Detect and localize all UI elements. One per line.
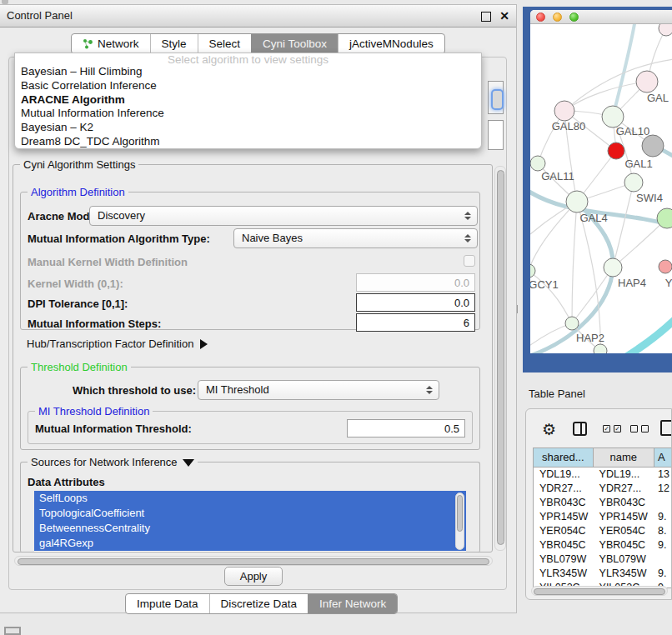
deselect-all-icon[interactable]: [630, 425, 638, 432]
scrollbar-thumb[interactable]: [534, 588, 665, 595]
table-cell: [654, 552, 672, 567]
settings-vertical-scrollbar[interactable]: [494, 166, 506, 551]
hub-tf-definition-toggle[interactable]: Hub/Transcription Factor Definition: [27, 336, 208, 351]
network-node-label: GAL10: [616, 125, 649, 138]
table-row[interactable]: YPR145WYPR145W9.: [534, 510, 672, 524]
network-node-gal1[interactable]: [608, 142, 624, 159]
table-cell: YBL079W: [594, 552, 655, 567]
network-view-frame: GALGAL80GAL10GAL1GAL11SWI4GAL4GCY1HAP4YH…: [523, 7, 672, 372]
table-row[interactable]: YDL19...YDL19...13: [534, 468, 672, 482]
scrollbar-thumb[interactable]: [497, 170, 504, 545]
tab-network[interactable]: Network: [72, 34, 150, 53]
gear-icon[interactable]: ⚙: [542, 422, 556, 438]
network-node-y[interactable]: [659, 260, 672, 273]
network-node[interactable]: [642, 135, 664, 157]
column-header-name[interactable]: name: [594, 448, 655, 467]
data-attribute-item[interactable]: TopologicalCoefficient: [34, 506, 466, 521]
expand-right-icon: [200, 339, 208, 349]
network-node[interactable]: [594, 344, 607, 353]
close-icon[interactable]: ✕: [499, 8, 509, 23]
tab-jactivemnodules[interactable]: jActiveMNodules: [338, 34, 444, 53]
network-node-hap4[interactable]: [604, 258, 622, 277]
network-edge: [624, 318, 672, 353]
table-cell: YLR345W: [594, 567, 655, 581]
sources-group-title[interactable]: Sources for Network Inference: [28, 456, 198, 468]
table-horizontal-scrollbar[interactable]: [531, 586, 668, 596]
network-node-gal11[interactable]: [530, 156, 545, 171]
new-table-icon[interactable]: [660, 420, 672, 436]
network-node-gal80[interactable]: [554, 101, 574, 121]
combo-stepper-fragment: [491, 89, 504, 110]
table-row[interactable]: YBR045CYBR045C9.: [534, 538, 672, 552]
deselect-all-icon[interactable]: [641, 425, 649, 432]
network-node-gal[interactable]: [636, 71, 658, 92]
network-node-hap2[interactable]: [565, 317, 579, 330]
algorithm-option[interactable]: Bayesian – K2: [15, 121, 481, 135]
tab-select[interactable]: Select: [198, 34, 252, 53]
select-all-check-icon[interactable]: ✓: [614, 425, 621, 432]
table-row[interactable]: YDR27...YDR27...12: [534, 482, 672, 496]
table-row[interactable]: YBR043CYBR043C: [534, 496, 672, 510]
table-row[interactable]: YBL079WYBL079W: [534, 552, 672, 567]
table-cell: YER054C: [594, 524, 655, 538]
network-node-gal4[interactable]: [566, 191, 588, 212]
tab-impute-data[interactable]: Impute Data: [126, 594, 209, 613]
column-layout-icon[interactable]: [573, 422, 587, 436]
table-cell: YDR27...: [534, 482, 594, 496]
sources-title-text: Sources for Network Inference: [31, 456, 178, 468]
attribute-list-scrollbar[interactable]: [455, 492, 464, 550]
manual-kernel-checkbox[interactable]: [464, 255, 475, 267]
close-traffic-light-icon[interactable]: [536, 12, 545, 22]
algorithm-option[interactable]: Dream8 DC_TDC Algorithm: [15, 135, 481, 149]
data-attribute-item[interactable]: gal4RGexp: [34, 536, 466, 551]
table-row[interactable]: YER054CYER054C8.: [534, 524, 672, 538]
combo-stepper-icon: [425, 381, 434, 399]
mi-threshold-group: MI Threshold Definition Mutual Informati…: [28, 411, 473, 444]
aracne-mode-combo[interactable]: Discovery: [89, 206, 478, 226]
algorithm-combo-fragment[interactable]: [488, 81, 504, 114]
algorithm-option[interactable]: ARACNE Algorithm: [15, 93, 481, 108]
column-header-shared-name[interactable]: shared...: [534, 448, 594, 467]
network-node-label: GAL: [647, 92, 669, 104]
table-row[interactable]: YLR345WYLR345W9.: [534, 567, 672, 581]
algorithm-option[interactable]: Bayesian – Hill Climbing: [15, 65, 481, 79]
panel-float-icon[interactable]: [4, 627, 21, 635]
kernel-width-input[interactable]: [356, 273, 475, 292]
tab-infer-network[interactable]: Infer Network: [308, 594, 397, 613]
scrollbar-thumb[interactable]: [18, 558, 489, 565]
mi-type-label: Mutual Information Algorithm Type:: [28, 232, 210, 245]
tab-discretize-data[interactable]: Discretize Data: [209, 594, 308, 613]
network-canvas[interactable]: GALGAL80GAL10GAL1GAL11SWI4GAL4GCY1HAP4YH…: [530, 24, 672, 353]
algorithm-option[interactable]: Basic Correlation Inference: [15, 79, 481, 93]
network-edge: [613, 24, 635, 117]
table-cell: YLR345W: [534, 567, 594, 581]
dpi-tolerance-input[interactable]: [356, 293, 475, 312]
algorithm-option[interactable]: Mutual Information Inference: [15, 107, 481, 121]
which-threshold-label: Which threshold to use:: [73, 384, 196, 397]
tab-cyni-toolbox[interactable]: Cyni Toolbox: [251, 34, 338, 53]
scrollbar-thumb[interactable]: [457, 495, 463, 532]
network-node-label: GAL1: [624, 158, 652, 170]
mi-type-combo[interactable]: Naive Bayes: [233, 228, 478, 248]
network-node-swi4[interactable]: [624, 173, 643, 192]
float-window-icon[interactable]: [481, 12, 491, 22]
column-header-clipped[interactable]: A: [654, 448, 672, 467]
data-attributes-list[interactable]: SelfLoopsTopologicalCoefficientBetweenne…: [34, 491, 466, 552]
mi-steps-input[interactable]: [356, 313, 475, 332]
dpi-tolerance-label: DPI Tolerance [0,1]:: [28, 298, 128, 310]
table-cell: 9.: [654, 538, 672, 552]
apply-button[interactable]: Apply: [224, 567, 283, 586]
settings-horizontal-scrollbar[interactable]: [14, 556, 493, 566]
which-threshold-combo[interactable]: MI Threshold: [198, 380, 439, 400]
data-attribute-item[interactable]: BetweennessCentrality: [34, 521, 466, 536]
network-node[interactable]: [659, 24, 672, 36]
minimize-traffic-light-icon[interactable]: [553, 12, 562, 22]
zoom-traffic-light-icon[interactable]: [569, 12, 579, 22]
table-cell: YER054C: [534, 524, 594, 538]
mi-threshold-input[interactable]: [347, 419, 465, 438]
node-column-combo-fragment[interactable]: [488, 120, 504, 150]
cyni-algorithm-settings-group: Cyni Algorithm Settings Algorithm Defini…: [13, 164, 493, 552]
tab-style[interactable]: Style: [150, 34, 198, 53]
data-attribute-item[interactable]: SelfLoops: [34, 491, 466, 506]
select-all-check-icon[interactable]: ✓: [603, 425, 610, 432]
